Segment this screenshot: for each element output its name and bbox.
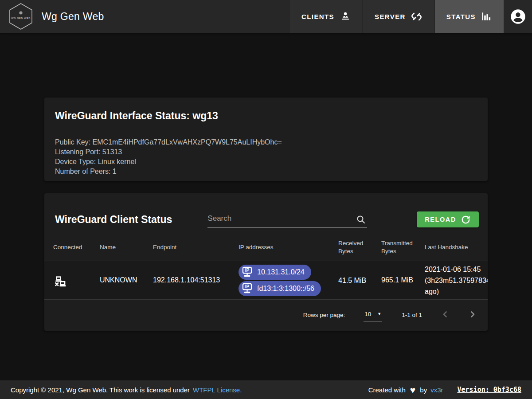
endpoint-cell: 192.168.1.104:51313 bbox=[153, 276, 239, 284]
col-header-last-handshake: Last Handshake bbox=[425, 243, 488, 251]
table-header-row: Connected Name Endpoint IP addresses Rec… bbox=[44, 234, 488, 261]
client-card-title: WireGuard Client Status bbox=[55, 213, 172, 226]
reload-button[interactable]: RELOAD bbox=[417, 211, 479, 227]
heart-icon: ♥ bbox=[410, 385, 415, 395]
rows-per-page-select[interactable]: 10 ▼ bbox=[364, 309, 382, 321]
interface-public-key: Public Key: EMC1mE4iHPdfGa77dLxVwAHXzPQ7… bbox=[55, 137, 477, 147]
created-with-text: Created with bbox=[368, 386, 406, 394]
svg-text:IP: IP bbox=[245, 284, 250, 289]
lan-disconnect-icon bbox=[53, 273, 67, 287]
ip-network-icon: IP bbox=[241, 282, 253, 294]
license-link[interactable]: WTFPL License. bbox=[193, 386, 242, 394]
interface-listening-port: Listening Port: 51313 bbox=[55, 147, 477, 157]
next-page-button[interactable] bbox=[465, 306, 481, 324]
account-arrow-icon bbox=[339, 11, 351, 22]
name-cell: UNKNOWN bbox=[100, 276, 153, 284]
version-link[interactable]: Version: 0bf3c68 bbox=[458, 386, 522, 394]
client-card-header: WireGuard Client Status RELOAD bbox=[44, 193, 488, 234]
interface-peer-count: Number of Peers: 1 bbox=[55, 167, 477, 176]
interface-device-type: Device Type: Linux kernel bbox=[55, 157, 477, 167]
ip-addresses-cell: IP 10.131.31.0/24 IP bbox=[239, 265, 338, 296]
copyright-text: Copyright © 2021, Wg Gen Web. This work … bbox=[11, 386, 190, 394]
nav-server-button[interactable]: SERVER bbox=[363, 0, 434, 33]
ip-chip-label: fd13:1:3:1300::/56 bbox=[257, 285, 314, 293]
ip-network-icon: IP bbox=[241, 266, 253, 278]
col-header-name: Name bbox=[100, 243, 153, 251]
interface-card-title: WireGuard Interface Status: wg13 bbox=[55, 109, 477, 122]
ip-chip: IP fd13:1:3:1300::/56 bbox=[239, 281, 321, 296]
page-footer: Copyright © 2021, Wg Gen Web. This work … bbox=[0, 380, 532, 399]
nav-status-label: STATUS bbox=[446, 13, 476, 20]
app-bar: WG GEN WEB Wg Gen Web CLIENTS SERVER bbox=[0, 0, 532, 33]
col-header-transmitted-bytes: Transmitted Bytes bbox=[381, 239, 425, 255]
connected-cell bbox=[53, 273, 100, 287]
search-icon bbox=[356, 214, 366, 225]
svg-text:IP: IP bbox=[245, 268, 250, 273]
app-title: Wg Gen Web bbox=[42, 11, 104, 23]
interface-details: Public Key: EMC1mE4iHPdfGa77dLxVwAHXzPQ7… bbox=[55, 137, 477, 176]
chevron-down-icon: ▼ bbox=[377, 312, 381, 316]
col-header-ip-addresses: IP addresses bbox=[239, 243, 338, 251]
nav-server-label: SERVER bbox=[375, 13, 406, 20]
ip-chip: IP 10.131.31.0/24 bbox=[239, 265, 311, 280]
logo-text: WG GEN WEB bbox=[11, 17, 31, 20]
chevron-right-icon bbox=[467, 309, 478, 320]
col-header-received-bytes: Received Bytes bbox=[338, 239, 381, 255]
rows-per-page-value: 10 bbox=[364, 311, 371, 317]
last-handshake-suffix: ago) bbox=[425, 288, 439, 295]
nav-clients-button[interactable]: CLIENTS bbox=[290, 0, 362, 33]
search-input[interactable] bbox=[207, 211, 367, 228]
transmitted-bytes-cell: 965.1 MiB bbox=[381, 276, 425, 284]
footer-credits: Created with ♥ by vx3r Version: 0bf3c68 bbox=[368, 385, 521, 395]
table-row: UNKNOWN 192.168.1.104:51313 IP 10.131.31… bbox=[44, 261, 488, 300]
client-status-card: WireGuard Client Status RELOAD bbox=[44, 193, 488, 331]
rows-per-page-label: Rows per page: bbox=[303, 312, 345, 318]
interface-status-card: WireGuard Interface Status: wg13 Public … bbox=[44, 98, 488, 181]
pagination-range-label: 1-1 of 1 bbox=[402, 312, 422, 318]
account-circle-icon bbox=[510, 8, 526, 25]
search-field bbox=[207, 211, 367, 228]
received-bytes-cell: 41.5 MiB bbox=[338, 275, 381, 286]
chevron-left-icon bbox=[440, 309, 450, 320]
table-pagination: Rows per page: 10 ▼ 1-1 of 1 bbox=[44, 300, 488, 330]
app-logo[interactable]: WG GEN WEB bbox=[8, 3, 34, 30]
main-content: WireGuard Interface Status: wg13 Public … bbox=[0, 33, 532, 380]
previous-page-button[interactable] bbox=[437, 306, 453, 324]
nav-status-button[interactable]: STATUS bbox=[435, 0, 504, 33]
reload-button-label: RELOAD bbox=[425, 216, 456, 223]
hexagon-logo-icon: WG GEN WEB bbox=[8, 3, 34, 30]
col-header-connected: Connected bbox=[53, 243, 100, 251]
ip-chip-label: 10.131.31.0/24 bbox=[257, 268, 305, 276]
last-handshake-cell: 2021-01-06 15:45 (3h23m51.37597834s ago) bbox=[425, 264, 488, 297]
col-header-endpoint: Endpoint bbox=[153, 243, 239, 251]
account-button[interactable] bbox=[504, 8, 532, 25]
link-loops-icon bbox=[411, 11, 422, 23]
nav-clients-label: CLIENTS bbox=[301, 13, 334, 20]
by-text: by bbox=[420, 386, 427, 394]
main-nav: CLIENTS SERVER bbox=[289, 0, 504, 33]
reload-icon bbox=[461, 215, 471, 225]
last-handshake-ago: (3h23m51.37597834s bbox=[425, 277, 488, 284]
bar-chart-icon bbox=[481, 11, 492, 22]
author-link[interactable]: vx3r bbox=[430, 386, 443, 394]
last-handshake-date: 2021-01-06 15:45 bbox=[425, 266, 481, 273]
footer-copyright: Copyright © 2021, Wg Gen Web. This work … bbox=[11, 386, 242, 394]
